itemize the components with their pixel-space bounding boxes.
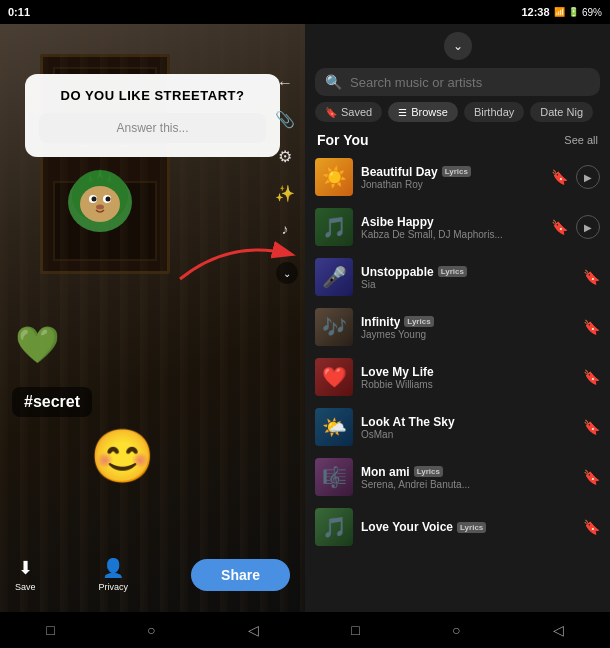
category-tabs: 🔖 Saved ☰ Browse Birthday Date Nig: [305, 102, 610, 128]
song-title-row: Beautiful DayLyrics: [361, 165, 543, 179]
song-thumbnail: 🎶: [315, 308, 353, 346]
privacy-icon: 👤: [102, 557, 124, 579]
song-thumbnail: 🎵: [315, 208, 353, 246]
song-info: InfinityLyricsJaymes Young: [361, 315, 575, 340]
song-artist: Jonathan Roy: [361, 179, 543, 190]
song-artist: OsMan: [361, 429, 575, 440]
song-title: Infinity: [361, 315, 400, 329]
song-actions: 🔖▶: [551, 165, 600, 189]
tab-birthday-label: Birthday: [474, 106, 514, 118]
nav-triangle-icon[interactable]: ◁: [248, 622, 259, 638]
song-info: Asibe HappyKabza De Small, DJ Maphoris..…: [361, 215, 543, 240]
song-item[interactable]: ❤️Love My LifeRobbie Williams🔖: [305, 352, 610, 402]
song-item[interactable]: 🎼Mon amiLyricsSerena, Andrei Banuta...🔖: [305, 452, 610, 502]
search-bar[interactable]: 🔍: [315, 68, 600, 96]
song-title: Beautiful Day: [361, 165, 438, 179]
song-title: Mon ami: [361, 465, 410, 479]
play-button[interactable]: ▶: [576, 165, 600, 189]
bookmark-icon[interactable]: 🔖: [583, 419, 600, 435]
bookmark-icon[interactable]: 🔖: [583, 369, 600, 385]
bookmark-icon[interactable]: 🔖: [583, 469, 600, 485]
right-nav: □ ○ ◁: [305, 622, 610, 638]
section-title: For You: [317, 132, 369, 148]
left-status: 0:11: [8, 6, 305, 18]
song-item[interactable]: 🎤UnstoppableLyricsSia🔖: [305, 252, 610, 302]
song-title-row: Mon amiLyrics: [361, 465, 575, 479]
search-input[interactable]: [350, 75, 590, 90]
music-panel: ⌄ 🔍 🔖 Saved ☰ Browse Birthday Date Nig F…: [305, 24, 610, 612]
song-title-row: Love My Life: [361, 365, 575, 379]
song-thumbnail: ❤️: [315, 358, 353, 396]
main-content: 💚 😊 DO YOU LIKE STREETART? Answer this..…: [0, 24, 610, 612]
side-icons: ← 📎 ⚙ ✨ ♪: [275, 74, 295, 237]
song-info: Look At The SkyOsMan: [361, 415, 575, 440]
song-item[interactable]: ☀️Beautiful DayLyricsJonathan Roy🔖▶: [305, 152, 610, 202]
navigation-bar: □ ○ ◁ □ ○ ◁: [0, 612, 610, 648]
question-title: DO YOU LIKE STREETART?: [39, 88, 266, 103]
bookmark-icon[interactable]: 🔖: [583, 319, 600, 335]
song-item[interactable]: 🎵Asibe HappyKabza De Small, DJ Maphoris.…: [305, 202, 610, 252]
search-icon: 🔍: [325, 74, 342, 90]
nav-square-icon-r[interactable]: □: [351, 622, 359, 638]
privacy-button[interactable]: 👤 Privacy: [99, 557, 129, 592]
tab-birthday[interactable]: Birthday: [464, 102, 524, 122]
bookmark-icon[interactable]: 🔖: [583, 519, 600, 535]
lyrics-badge: Lyrics: [442, 166, 471, 177]
song-info: Love My LifeRobbie Williams: [361, 365, 575, 390]
effects-icon[interactable]: ✨: [275, 184, 295, 203]
see-all-link[interactable]: See all: [564, 134, 598, 146]
lyrics-badge: Lyrics: [457, 522, 486, 533]
answer-placeholder[interactable]: Answer this...: [39, 113, 266, 143]
share-button[interactable]: Share: [191, 559, 290, 591]
song-title-row: Look At The Sky: [361, 415, 575, 429]
song-actions: 🔖: [583, 419, 600, 435]
nav-triangle-icon-r[interactable]: ◁: [553, 622, 564, 638]
song-title: Asibe Happy: [361, 215, 434, 229]
red-arrow: [170, 229, 300, 289]
nav-circle-icon[interactable]: ○: [147, 622, 155, 638]
lyrics-badge: Lyrics: [404, 316, 433, 327]
left-nav: □ ○ ◁: [0, 622, 305, 638]
song-item[interactable]: 🎶InfinityLyricsJaymes Young🔖: [305, 302, 610, 352]
save-button[interactable]: ⬇ Save: [15, 557, 36, 592]
svg-point-6: [106, 197, 111, 202]
tab-date-night[interactable]: Date Nig: [530, 102, 593, 122]
hashtag-badge: #secret: [12, 387, 92, 417]
tab-saved-label: Saved: [341, 106, 372, 118]
song-item[interactable]: 🌤️Look At The SkyOsMan🔖: [305, 402, 610, 452]
song-thumbnail: 🎵: [315, 508, 353, 546]
status-bar: 0:11 12:38 📶🔋69%: [0, 0, 610, 24]
song-artist: Sia: [361, 279, 575, 290]
sticker-icon[interactable]: 📎: [275, 110, 295, 129]
song-title: Love Your Voice: [361, 520, 453, 534]
song-info: Mon amiLyricsSerena, Andrei Banuta...: [361, 465, 575, 490]
song-actions: 🔖: [583, 469, 600, 485]
lyrics-badge: Lyrics: [438, 266, 467, 277]
tab-browse[interactable]: ☰ Browse: [388, 102, 458, 122]
play-button[interactable]: ▶: [576, 215, 600, 239]
nav-square-icon[interactable]: □: [46, 622, 54, 638]
song-item[interactable]: 🎵Love Your VoiceLyrics🔖: [305, 502, 610, 552]
nav-circle-icon-r[interactable]: ○: [452, 622, 460, 638]
bookmark-icon[interactable]: 🔖: [551, 219, 568, 235]
hashtag-text: #secret: [24, 393, 80, 410]
right-status: 12:38 📶🔋69%: [305, 3, 602, 21]
right-time: 12:38: [521, 6, 549, 18]
song-actions: 🔖: [583, 269, 600, 285]
tab-saved[interactable]: 🔖 Saved: [315, 102, 382, 122]
bookmark-icon[interactable]: 🔖: [551, 169, 568, 185]
song-title: Unstoppable: [361, 265, 434, 279]
question-card: DO YOU LIKE STREETART? Answer this...: [25, 74, 280, 157]
sun-emoji: 😊: [90, 430, 155, 482]
back-icon[interactable]: ←: [277, 74, 293, 92]
song-info: Beautiful DayLyricsJonathan Roy: [361, 165, 543, 190]
bookmark-icon[interactable]: 🔖: [583, 269, 600, 285]
song-actions: 🔖: [583, 319, 600, 335]
bookmark-tab-icon: 🔖: [325, 107, 337, 118]
collapse-button[interactable]: ⌄: [444, 32, 472, 60]
filter-icon[interactable]: ⚙: [278, 147, 292, 166]
song-actions: 🔖▶: [551, 215, 600, 239]
song-thumbnail: 🎤: [315, 258, 353, 296]
svg-point-5: [92, 197, 97, 202]
song-title: Love My Life: [361, 365, 434, 379]
